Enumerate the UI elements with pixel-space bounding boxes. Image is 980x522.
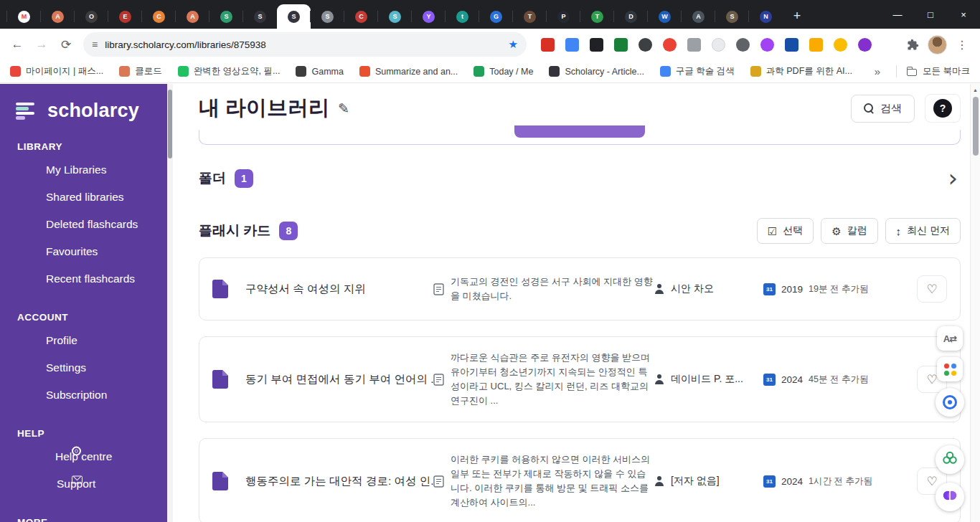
- sidebar-item-profile[interactable]: Profile: [0, 327, 167, 354]
- bookmark-item[interactable]: Today / Me: [473, 66, 533, 77]
- forward-icon[interactable]: →: [32, 34, 52, 54]
- bookmark-star-icon[interactable]: ★: [509, 38, 518, 51]
- sidebar-scrollbar-thumb[interactable]: [168, 90, 172, 158]
- extension-icon[interactable]: [565, 38, 579, 52]
- scholarcy-logo[interactable]: scholarcy: [0, 100, 167, 122]
- bookmark-item[interactable]: 마이페이지 | 패스...: [10, 65, 103, 77]
- bookmark-item[interactable]: 클로드: [119, 65, 162, 77]
- extensions-puzzle-icon[interactable]: [907, 39, 919, 51]
- site-info-icon[interactable]: ≡: [92, 39, 98, 49]
- sidebar-item-my-libraries[interactable]: My Libraries: [0, 156, 167, 184]
- back-icon[interactable]: ←: [7, 34, 27, 54]
- flashcard-row[interactable]: 구약성서 속 여성의 지위 기독교의 경전인 성경은 서구 사회에 지대한 영향…: [199, 257, 961, 321]
- sort-button[interactable]: ↕ 최신 먼저: [885, 218, 961, 244]
- assistant-button[interactable]: [936, 445, 964, 474]
- extension-icon[interactable]: [614, 38, 628, 52]
- browser-tab-active[interactable]: S: [277, 4, 311, 29]
- extension-icon[interactable]: [858, 38, 872, 52]
- browser-tab[interactable]: t: [446, 4, 479, 29]
- extension-icon[interactable]: [785, 38, 798, 52]
- flashcard-title[interactable]: 동기 부여 면접에서 동기 부여 언어의 ...: [245, 372, 433, 387]
- maximize-button[interactable]: □: [914, 0, 947, 29]
- bookmark-item[interactable]: Summarize and an...: [359, 66, 458, 77]
- browser-tab[interactable]: T: [513, 4, 547, 29]
- all-bookmarks-button[interactable]: 모든 북마크: [896, 65, 970, 77]
- browser-tab[interactable]: E: [108, 4, 142, 29]
- browser-tab[interactable]: S: [378, 4, 412, 29]
- columns-button[interactable]: ⚙ 칼럼: [821, 218, 877, 244]
- browser-tab[interactable]: M: [7, 4, 41, 29]
- reload-icon[interactable]: ⟳: [56, 34, 76, 54]
- sidebar-item-favourites[interactable]: Favourites: [0, 238, 167, 265]
- sidebar-scrollbar[interactable]: [167, 84, 173, 522]
- extension-icon[interactable]: [663, 38, 677, 52]
- browser-tab[interactable]: S: [209, 4, 243, 29]
- new-tab-button[interactable]: +: [787, 6, 807, 26]
- translate-button[interactable]: A⇄: [937, 326, 963, 351]
- profile-avatar[interactable]: [928, 35, 947, 54]
- browser-tab[interactable]: S: [311, 4, 344, 29]
- extension-icon[interactable]: [687, 38, 701, 52]
- bookmark-item[interactable]: Scholarcy - Article...: [549, 66, 644, 77]
- bookmarks-overflow-icon[interactable]: »: [875, 65, 880, 77]
- extension-icon[interactable]: [736, 38, 750, 52]
- extension-icon[interactable]: [834, 38, 847, 52]
- sidebar-item-shared-libraries[interactable]: Shared libraries: [0, 184, 167, 211]
- address-bar[interactable]: ≡ library.scholarcy.com/libraries/875938…: [83, 32, 527, 57]
- mindmap-button[interactable]: [936, 483, 964, 511]
- page-scrollbar[interactable]: ▲: [970, 84, 980, 522]
- extension-icon[interactable]: [541, 38, 555, 52]
- sidebar-item-settings[interactable]: Settings: [0, 354, 167, 381]
- extension-icon[interactable]: [590, 38, 603, 52]
- browser-tab[interactable]: G: [479, 4, 513, 29]
- browser-menu-icon[interactable]: ⋮: [956, 38, 969, 52]
- scroll-up-icon[interactable]: ▲: [971, 84, 980, 92]
- folders-section-header[interactable]: 폴더 1 ›: [199, 169, 961, 188]
- sidebar-item-deleted-flashcards[interactable]: Deleted flashcards: [0, 211, 167, 238]
- sidebar-item-support[interactable]: Support: [0, 470, 167, 498]
- page-scrollbar-thumb[interactable]: [973, 97, 979, 156]
- sidebar-item-help-centre[interactable]: Help centre: [0, 443, 167, 470]
- browser-tab[interactable]: S: [715, 4, 749, 29]
- browser-tab[interactable]: C: [344, 4, 378, 29]
- browser-tab[interactable]: C: [142, 4, 176, 29]
- browser-tab[interactable]: O: [75, 4, 108, 29]
- bookmark-item[interactable]: 구글 학술 검색: [660, 65, 735, 77]
- extension-icon[interactable]: [760, 38, 774, 52]
- extension-icon[interactable]: [639, 38, 652, 52]
- browser-tab[interactable]: W: [648, 4, 682, 29]
- flashcard-row[interactable]: 동기 부여 면접에서 동기 부여 언어의 ... 까다로운 식습관은 주로 유전…: [199, 336, 961, 422]
- bookmark-item[interactable]: 완벽한 영상요약, 필...: [178, 65, 281, 77]
- browser-tab[interactable]: A: [41, 4, 75, 29]
- browser-tab[interactable]: P: [547, 4, 580, 29]
- browser-tab[interactable]: N: [749, 4, 783, 29]
- browser-tab[interactable]: Y: [412, 4, 446, 29]
- minimize-button[interactable]: —: [881, 0, 914, 29]
- search-button[interactable]: 검색: [851, 95, 915, 123]
- browser-tab[interactable]: D: [614, 4, 648, 29]
- extension-icon[interactable]: [809, 38, 823, 52]
- browser-tab[interactable]: A: [176, 4, 209, 29]
- browser-tab[interactable]: A: [682, 4, 715, 29]
- edit-title-icon[interactable]: ✎: [338, 100, 349, 117]
- bookmark-item[interactable]: Gamma: [296, 66, 343, 77]
- extension-icon[interactable]: [712, 38, 725, 52]
- flashcard-row[interactable]: 행동주의로 가는 대안적 경로: 여성 인... 이러한 쿠키를 허용하지 않으…: [199, 438, 961, 522]
- close-button[interactable]: ×: [947, 0, 980, 29]
- focus-button[interactable]: [936, 388, 964, 417]
- bookmark-item[interactable]: 과학 PDF를 위한 AI...: [750, 65, 852, 77]
- browser-tab[interactable]: S: [243, 4, 277, 29]
- chevron-right-icon[interactable]: ›: [948, 169, 958, 188]
- color-grid-button[interactable]: [937, 357, 963, 381]
- sidebar-item-recent-flashcards[interactable]: Recent flashcards: [0, 265, 167, 293]
- flashcard-title[interactable]: 구약성서 속 여성의 지위: [245, 282, 433, 297]
- sidebar-item-subscription[interactable]: Subscription: [0, 381, 167, 409]
- url-text[interactable]: library.scholarcy.com/libraries/875938: [105, 39, 501, 50]
- select-button[interactable]: ☑ 선택: [757, 218, 814, 244]
- help-button[interactable]: ?: [925, 94, 961, 123]
- flashcard-title[interactable]: 행동주의로 가는 대안적 경로: 여성 인...: [245, 474, 433, 489]
- upload-panel-button-cutoff[interactable]: [514, 125, 645, 138]
- browser-tab[interactable]: T: [580, 4, 614, 29]
- tab-favicon: A: [187, 11, 199, 23]
- favourite-button[interactable]: ♡: [917, 275, 947, 303]
